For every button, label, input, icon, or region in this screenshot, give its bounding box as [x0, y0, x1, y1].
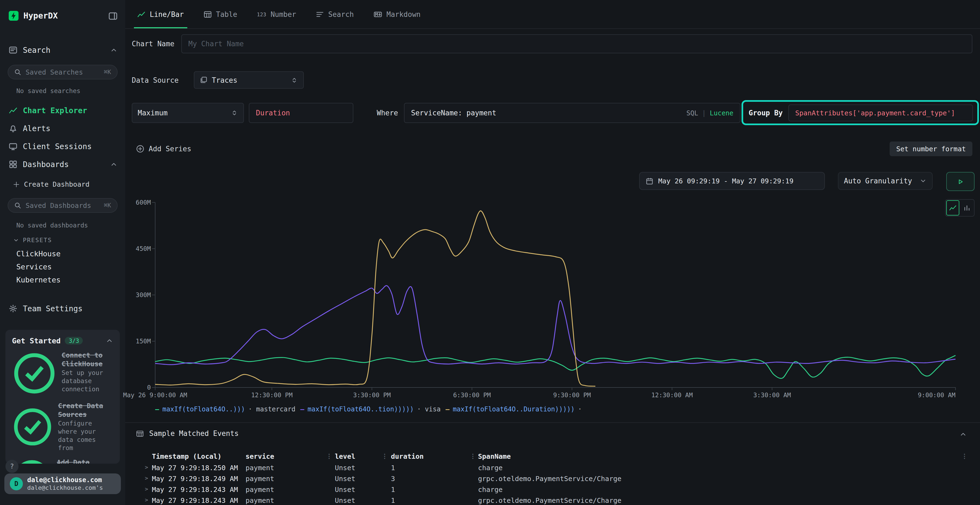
sidebar: HyperDX Search Saved Searches ⌘K No save… — [0, 0, 126, 505]
bar-view-toggle[interactable] — [960, 200, 974, 216]
lucene-toggle[interactable]: Lucene — [710, 109, 733, 117]
chevron-up-icon[interactable] — [106, 337, 113, 345]
legend-group: · mastercard — [248, 405, 295, 413]
col-spanname[interactable]: SpanName — [478, 452, 511, 461]
chart-name-row: Chart Name — [125, 34, 980, 54]
sidebar-item-chart-explorer[interactable]: Chart Explorer — [9, 103, 118, 118]
sidebar-item-clickhouse[interactable]: ClickHouse — [16, 249, 61, 258]
data-source-select[interactable]: Traces — [194, 71, 304, 89]
get-started-item[interactable]: Add Data Start sending logs, metrics, or… — [12, 458, 113, 464]
brand[interactable]: HyperDX — [9, 11, 58, 21]
granularity-value: Auto Granularity — [844, 177, 912, 185]
date-range-picker[interactable]: May 26 09:29:19 - May 27 09:29:19 — [639, 172, 825, 190]
x-tick-label: 3:30:00 AM — [753, 391, 791, 399]
sql-toggle[interactable]: SQL — [686, 109, 698, 117]
task-title: Connect to ClickHouse — [62, 351, 113, 368]
tab-table[interactable]: Table — [204, 0, 237, 28]
legend-item-duration[interactable]: — maxIf(toFloat64O..Duration))))) · — [445, 405, 582, 413]
field-input[interactable]: Duration — [249, 103, 353, 123]
table-options-icon[interactable]: ⋮ — [961, 453, 967, 460]
sidebar-item-services[interactable]: Services — [16, 262, 52, 271]
y-tick-label: 450M — [136, 245, 151, 252]
where-input[interactable]: ServiceName: payment SQL | Lucene — [404, 103, 740, 123]
task-title: Add Data — [57, 458, 113, 464]
column-resize-handle[interactable]: ⋮ — [382, 453, 388, 460]
saved-dashboards-input[interactable]: Saved Dashboards ⌘K — [8, 198, 118, 213]
col-service[interactable]: service — [245, 452, 274, 461]
column-resize-handle[interactable]: ⋮ — [470, 453, 476, 460]
get-started-title: Get Started — [12, 336, 61, 345]
set-number-format-button[interactable]: Set number format — [889, 141, 972, 156]
tab-markdown[interactable]: Markdown — [374, 0, 421, 28]
cell-spanname: charge — [478, 485, 503, 494]
sidebar-collapse-icon[interactable] — [108, 11, 118, 21]
x-tick-label: 12:30:00 AM — [651, 391, 692, 399]
tab-search[interactable]: Search — [316, 0, 354, 28]
hyperdx-logo-icon — [9, 11, 19, 21]
table-icon — [204, 10, 212, 18]
expand-row-icon[interactable]: > — [145, 497, 148, 503]
expand-row-icon[interactable]: > — [145, 486, 148, 492]
add-series-button[interactable]: Add Series — [136, 145, 191, 153]
chart-name-input[interactable] — [181, 34, 972, 53]
tab-label: Line/Bar — [150, 10, 184, 18]
chevron-down-icon — [13, 237, 19, 243]
cell-spanname: grpc.oteldemo.PaymentService/Charge — [478, 496, 622, 505]
tab-label: Search — [328, 10, 354, 18]
cell-level: Unset — [335, 496, 355, 505]
tab-number[interactable]: 123 Number — [257, 0, 296, 28]
sidebar-item-alerts[interactable]: Alerts — [9, 121, 118, 135]
grid-icon — [9, 160, 18, 169]
legend-item-visa[interactable]: — maxIf(toFloat64O..tion))))) · visa — [300, 405, 441, 413]
aggregation-select[interactable]: Maximum — [132, 103, 244, 123]
user-menu[interactable]: D dale@clickhouse.com dale@clickhouse.co… — [4, 473, 121, 494]
search-section-label: Search — [23, 46, 50, 54]
y-axis: 0150M300M450M600M — [125, 202, 151, 387]
col-timestamp[interactable]: Timestamp (Local) — [152, 452, 221, 461]
tab-label: Markdown — [387, 10, 421, 18]
saved-searches-input[interactable]: Saved Searches ⌘K — [8, 65, 118, 79]
sidebar-section-search[interactable]: Search — [9, 43, 118, 57]
table-row[interactable]: > May 27 9:29:18.249 AM payment Unset 3 … — [125, 473, 980, 484]
query-language-toggle: SQL | Lucene — [686, 109, 733, 117]
col-level[interactable]: level — [335, 452, 355, 461]
create-dashboard-button[interactable]: Create Dashboard — [13, 180, 89, 188]
calendar-icon — [646, 177, 653, 185]
group-by-highlight-box: Group By SpanAttributes['app.payment.car… — [741, 100, 979, 125]
column-resize-handle[interactable]: ⋮ — [326, 453, 332, 460]
sidebar-item-team-settings[interactable]: Team Settings — [9, 302, 118, 316]
stack-icon — [200, 76, 207, 84]
data-source-label: Data Source — [132, 76, 178, 84]
expand-row-icon[interactable]: > — [145, 475, 148, 481]
granularity-select[interactable]: Auto Granularity — [838, 172, 932, 190]
table-row[interactable]: > May 27 9:29:18.250 AM payment Unset 1 … — [125, 462, 980, 473]
events-title: Sample Matched Events — [149, 429, 239, 438]
legend-swatch: — — [445, 405, 449, 413]
events-header[interactable]: Sample Matched Events — [136, 429, 239, 438]
help-button[interactable]: ? — [5, 460, 19, 473]
table-row[interactable]: > May 27 9:29:18.243 AM payment Unset 1 … — [125, 484, 980, 495]
col-duration[interactable]: duration — [391, 452, 423, 461]
sidebar-item-client-sessions[interactable]: Client Sessions — [9, 139, 118, 154]
tab-line-bar[interactable]: Line/Bar — [137, 0, 184, 28]
run-query-button[interactable] — [946, 172, 975, 191]
group-by-input[interactable]: SpanAttributes['app.payment.card_type'] — [788, 104, 973, 121]
x-tick-label: 3:30:00 PM — [353, 391, 391, 399]
get-started-item[interactable]: Create Data Sources Configure where your… — [12, 402, 113, 452]
presets-toggle[interactable]: PRESETS — [13, 237, 52, 244]
sidebar-item-kubernetes[interactable]: Kubernetes — [16, 275, 61, 284]
expand-row-icon[interactable]: > — [145, 464, 148, 470]
legend-item-mastercard[interactable]: — maxIf(toFloat64O..))) · mastercard — [155, 405, 295, 413]
table-row[interactable]: > May 27 9:29:18.243 AM payment Unset 1 … — [125, 495, 980, 505]
line-chart-icon — [137, 10, 145, 18]
tab-label: Number — [270, 10, 296, 18]
chevron-down-icon — [920, 178, 927, 184]
task-desc: Configure where your data comes from — [58, 420, 113, 453]
task-desc: Set up your database connection — [62, 369, 113, 394]
table-icon — [136, 430, 144, 437]
legend-fn: maxIf(toFloat64O..Duration))))) — [453, 405, 575, 413]
collapse-events-icon[interactable] — [959, 430, 967, 438]
search-icon — [14, 202, 21, 209]
get-started-item[interactable]: Connect to ClickHouse Set up your databa… — [12, 351, 113, 395]
sidebar-item-dashboards[interactable]: Dashboards — [9, 157, 118, 172]
